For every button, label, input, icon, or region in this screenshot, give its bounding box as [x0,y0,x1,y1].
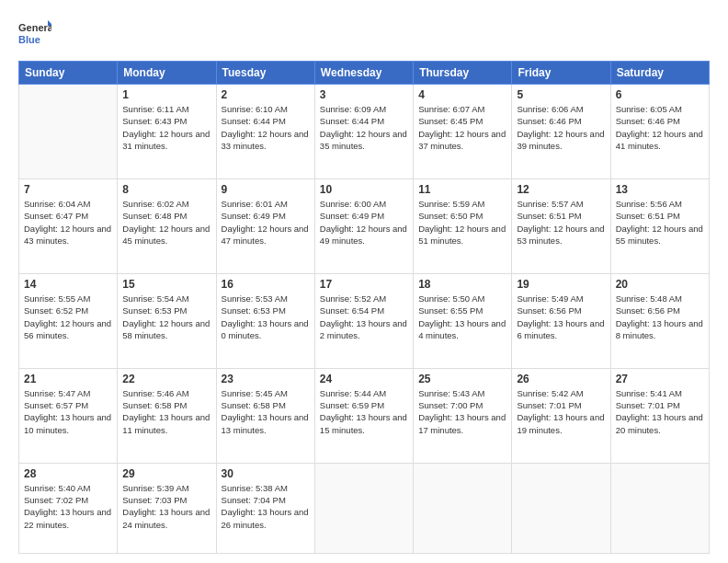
calendar-cell: 6Sunrise: 6:05 AM Sunset: 6:46 PM Daylig… [610,85,709,179]
day-number: 19 [517,278,605,291]
weekday-header-monday: Monday [118,62,216,85]
day-info: Sunrise: 5:54 AM Sunset: 6:53 PM Dayligh… [122,293,210,341]
day-info: Sunrise: 5:41 AM Sunset: 7:01 PM Dayligh… [616,387,704,436]
calendar-cell: 9Sunrise: 6:01 AM Sunset: 6:49 PM Daylig… [216,178,314,273]
day-info: Sunrise: 5:59 AM Sunset: 6:50 PM Dayligh… [418,198,506,247]
day-number: 22 [122,373,210,385]
weekday-header-sunday: Sunday [19,62,118,85]
weekday-header-wednesday: Wednesday [314,62,413,85]
day-info: Sunrise: 5:53 AM Sunset: 6:53 PM Dayligh… [222,293,310,341]
day-number: 3 [320,88,408,101]
day-number: 29 [122,467,210,480]
weekday-header-saturday: Saturday [610,62,709,85]
calendar-cell: 18Sunrise: 5:50 AM Sunset: 6:55 PM Dayli… [414,273,512,368]
calendar-cell: 10Sunrise: 6:00 AM Sunset: 6:49 PM Dayli… [314,178,413,273]
day-number: 7 [24,183,112,196]
day-info: Sunrise: 5:57 AM Sunset: 6:51 PM Dayligh… [517,198,605,247]
calendar-cell [610,463,709,553]
calendar-cell: 24Sunrise: 5:44 AM Sunset: 6:59 PM Dayli… [314,368,413,463]
day-info: Sunrise: 5:48 AM Sunset: 6:56 PM Dayligh… [616,293,704,341]
calendar-cell: 3Sunrise: 6:09 AM Sunset: 6:44 PM Daylig… [314,85,413,179]
day-number: 23 [222,373,310,385]
day-info: Sunrise: 6:04 AM Sunset: 6:47 PM Dayligh… [24,198,112,247]
day-number: 11 [418,183,506,196]
day-number: 5 [517,88,605,101]
day-number: 6 [616,88,704,101]
calendar-cell: 7Sunrise: 6:04 AM Sunset: 6:47 PM Daylig… [19,178,118,273]
day-number: 2 [222,88,310,101]
day-number: 28 [24,467,112,480]
calendar-cell: 4Sunrise: 6:07 AM Sunset: 6:45 PM Daylig… [414,85,512,179]
calendar-cell: 25Sunrise: 5:43 AM Sunset: 7:00 PM Dayli… [414,368,512,463]
calendar-cell: 21Sunrise: 5:47 AM Sunset: 6:57 PM Dayli… [19,368,118,463]
day-info: Sunrise: 6:05 AM Sunset: 6:46 PM Dayligh… [616,103,704,152]
day-info: Sunrise: 5:38 AM Sunset: 7:04 PM Dayligh… [222,482,310,531]
day-info: Sunrise: 6:09 AM Sunset: 6:44 PM Dayligh… [320,103,408,152]
calendar-cell: 19Sunrise: 5:49 AM Sunset: 6:56 PM Dayli… [512,273,610,368]
day-info: Sunrise: 6:01 AM Sunset: 6:49 PM Dayligh… [222,198,310,247]
calendar-cell: 17Sunrise: 5:52 AM Sunset: 6:54 PM Dayli… [314,273,413,368]
calendar-cell: 20Sunrise: 5:48 AM Sunset: 6:56 PM Dayli… [610,273,709,368]
day-number: 21 [24,373,112,385]
day-number: 9 [222,183,310,196]
calendar-cell: 27Sunrise: 5:41 AM Sunset: 7:01 PM Dayli… [610,368,709,463]
day-info: Sunrise: 6:11 AM Sunset: 6:43 PM Dayligh… [122,103,210,152]
calendar-cell: 14Sunrise: 5:55 AM Sunset: 6:52 PM Dayli… [19,273,118,368]
calendar-cell [314,463,413,553]
calendar-cell: 29Sunrise: 5:39 AM Sunset: 7:03 PM Dayli… [118,463,216,553]
day-number: 14 [24,278,112,291]
day-number: 13 [616,183,704,196]
calendar-cell [414,463,512,553]
day-number: 18 [418,278,506,291]
svg-text:Blue: Blue [18,34,40,45]
day-number: 16 [222,278,310,291]
day-number: 20 [616,278,704,291]
calendar-cell: 23Sunrise: 5:45 AM Sunset: 6:58 PM Dayli… [216,368,314,463]
day-number: 27 [616,373,704,385]
day-number: 12 [517,183,605,196]
weekday-header-thursday: Thursday [414,62,512,85]
day-info: Sunrise: 6:02 AM Sunset: 6:48 PM Dayligh… [122,198,210,247]
day-info: Sunrise: 5:52 AM Sunset: 6:54 PM Dayligh… [320,293,408,341]
calendar-cell: 5Sunrise: 6:06 AM Sunset: 6:46 PM Daylig… [512,85,610,179]
day-info: Sunrise: 6:10 AM Sunset: 6:44 PM Dayligh… [222,103,310,152]
calendar-cell: 28Sunrise: 5:40 AM Sunset: 7:02 PM Dayli… [19,463,118,553]
svg-text:General: General [18,22,51,33]
day-info: Sunrise: 5:45 AM Sunset: 6:58 PM Dayligh… [222,387,310,436]
calendar-cell: 22Sunrise: 5:46 AM Sunset: 6:58 PM Dayli… [118,368,216,463]
day-info: Sunrise: 6:00 AM Sunset: 6:49 PM Dayligh… [320,198,408,247]
day-info: Sunrise: 5:44 AM Sunset: 6:59 PM Dayligh… [320,387,408,436]
day-info: Sunrise: 5:49 AM Sunset: 6:56 PM Dayligh… [517,293,605,341]
calendar-cell: 13Sunrise: 5:56 AM Sunset: 6:51 PM Dayli… [610,178,709,273]
day-number: 30 [222,467,310,480]
calendar-cell [512,463,610,553]
weekday-header-friday: Friday [512,62,610,85]
day-info: Sunrise: 5:46 AM Sunset: 6:58 PM Dayligh… [122,387,210,436]
day-info: Sunrise: 5:40 AM Sunset: 7:02 PM Dayligh… [24,482,112,531]
calendar-cell: 8Sunrise: 6:02 AM Sunset: 6:48 PM Daylig… [118,178,216,273]
calendar-cell: 1Sunrise: 6:11 AM Sunset: 6:43 PM Daylig… [118,85,216,179]
day-info: Sunrise: 5:47 AM Sunset: 6:57 PM Dayligh… [24,387,112,436]
day-number: 8 [122,183,210,196]
day-number: 24 [320,373,408,385]
weekday-header-tuesday: Tuesday [216,62,314,85]
logo: General Blue [18,18,51,52]
day-info: Sunrise: 5:39 AM Sunset: 7:03 PM Dayligh… [122,482,210,531]
page-header: General Blue [18,18,710,52]
day-number: 10 [320,183,408,196]
calendar-cell: 15Sunrise: 5:54 AM Sunset: 6:53 PM Dayli… [118,273,216,368]
calendar-cell: 16Sunrise: 5:53 AM Sunset: 6:53 PM Dayli… [216,273,314,368]
day-number: 26 [517,373,605,385]
day-info: Sunrise: 5:55 AM Sunset: 6:52 PM Dayligh… [24,293,112,341]
day-info: Sunrise: 6:07 AM Sunset: 6:45 PM Dayligh… [418,103,506,152]
day-info: Sunrise: 5:56 AM Sunset: 6:51 PM Dayligh… [616,198,704,247]
calendar-table: SundayMondayTuesdayWednesdayThursdayFrid… [18,61,710,554]
day-number: 4 [418,88,506,101]
calendar-cell: 11Sunrise: 5:59 AM Sunset: 6:50 PM Dayli… [414,178,512,273]
day-info: Sunrise: 5:43 AM Sunset: 7:00 PM Dayligh… [418,387,506,436]
day-number: 25 [418,373,506,385]
calendar-cell: 2Sunrise: 6:10 AM Sunset: 6:44 PM Daylig… [216,85,314,179]
calendar-cell: 26Sunrise: 5:42 AM Sunset: 7:01 PM Dayli… [512,368,610,463]
day-info: Sunrise: 6:06 AM Sunset: 6:46 PM Dayligh… [517,103,605,152]
calendar-cell: 12Sunrise: 5:57 AM Sunset: 6:51 PM Dayli… [512,178,610,273]
